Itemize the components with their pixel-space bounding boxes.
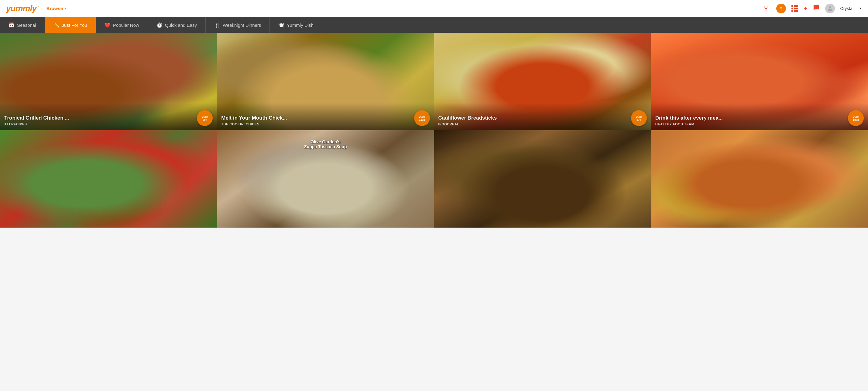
yummly-badge-icon[interactable]: Y [776,4,786,13]
clock-icon: ⏱️ [156,22,162,28]
fork-icon[interactable] [762,4,771,13]
yum-count: 87k [637,118,641,121]
nav-tabs: 📅 Seasonal ✏️ Just For You ❤️ Popular No… [0,17,868,33]
recipe-image: Olive Garden'sZuppa Toscana Soup [217,130,434,228]
recipe-card[interactable] [434,130,651,228]
recipe-card[interactable]: Melt in Your Mouth Chick... THE COOKIN' … [217,33,434,130]
recipe-overlay: Tropical Grilled Chicken ... ALLRECIPES [0,103,217,130]
dish-icon: 🍽️ [278,22,284,28]
recipe-title: Tropical Grilled Chicken ... [4,115,213,121]
recipe-image [0,130,217,228]
tab-yummly-dish-label: Yummly Dish [287,23,313,28]
yum-count: 188k [853,118,859,121]
browse-label: Browse [46,6,63,11]
tab-just-for-you[interactable]: ✏️ Just For You [45,17,96,33]
user-menu-chevron-icon[interactable]: ▼ [859,7,862,10]
yum-label: yum [418,115,425,118]
recipe-source: ALLRECIPES [4,122,213,126]
yum-label: yum [202,115,208,118]
logo[interactable]: yummly™ [6,4,39,13]
recipe-title: Melt in Your Mouth Chick... [221,115,430,121]
yum-badge[interactable]: yum 240k [414,110,430,126]
yum-label: yum [852,115,859,118]
tab-popular-now[interactable]: ❤️ Popular Now [96,17,148,33]
user-name[interactable]: Crystal [840,6,854,11]
pencil-icon: ✏️ [54,22,60,28]
recipe-card[interactable] [651,130,868,228]
tab-seasonal-label: Seasonal [17,23,36,28]
utensils-icon: 🍴 [214,22,220,28]
recipe-title: Cauliflower Breadsticks [438,115,647,121]
chat-icon[interactable] [813,4,820,12]
badge-label: Y [780,7,782,10]
tab-popular-now-label: Popular Now [113,23,139,28]
heart-icon: ❤️ [104,22,111,28]
avatar[interactable] [825,4,835,13]
recipe-image [434,130,651,228]
recipe-card[interactable]: Tropical Grilled Chicken ... ALLRECIPES … [0,33,217,130]
tab-seasonal[interactable]: 📅 Seasonal [0,17,45,33]
yum-label: yum [636,115,642,118]
yum-count: 60k [203,118,207,121]
recipe-card[interactable]: Olive Garden'sZuppa Toscana Soup [217,130,434,228]
yum-count: 240k [418,118,425,121]
tab-quick-and-easy-label: Quick and Easy [165,23,197,28]
recipe-card[interactable]: Cauliflower Breadsticks IFOODREAL yum 87… [434,33,651,130]
recipe-grid: Tropical Grilled Chicken ... ALLRECIPES … [0,33,868,228]
tab-just-for-you-label: Just For You [62,23,87,28]
tab-quick-and-easy[interactable]: ⏱️ Quick and Easy [148,17,206,33]
recipe-title: Drink this after every mea... [655,115,864,121]
recipe-watermark: Olive Garden'sZuppa Toscana Soup [304,139,347,149]
logo-text: yummly™ [6,4,39,13]
header-right: Y + Crystal ▼ [762,4,862,13]
recipe-card[interactable] [0,130,217,228]
recipe-overlay: Cauliflower Breadsticks IFOODREAL [434,103,651,130]
recipe-source: HEALTHY FOOD TEAM [655,122,864,126]
recipe-image [651,130,868,228]
recipe-card[interactable]: Drink this after every mea... HEALTHY FO… [651,33,868,130]
tab-weeknight-dinners[interactable]: 🍴 Weeknight Dinners [206,17,270,33]
recipe-source: THE COOKIN' CHICKS [221,122,430,126]
browse-button[interactable]: Browse ▼ [46,6,67,11]
recipe-source: IFOODREAL [438,122,647,126]
tab-yummly-dish[interactable]: 🍽️ Yummly Dish [270,17,322,33]
yum-badge[interactable]: yum 188k [848,110,864,126]
add-icon[interactable]: + [804,5,808,12]
logo-tm: ™ [36,5,39,8]
yum-badge[interactable]: yum 60k [197,110,213,126]
recipe-overlay: Drink this after every mea... HEALTHY FO… [651,103,868,130]
tab-weeknight-dinners-label: Weeknight Dinners [223,23,261,28]
chevron-down-icon: ▼ [64,7,67,10]
recipe-overlay: Melt in Your Mouth Chick... THE COOKIN' … [217,103,434,130]
apps-grid-icon[interactable] [792,5,798,12]
yum-badge[interactable]: yum 87k [631,110,647,126]
calendar-icon: 📅 [8,22,14,28]
app-header: yummly™ Browse ▼ Y + [0,0,868,17]
